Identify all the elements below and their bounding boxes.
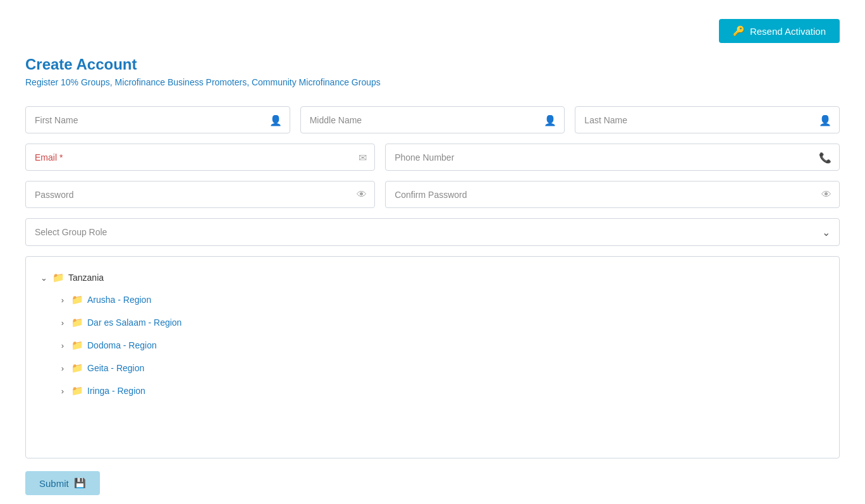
confirm-password-field[interactable]: Confirm Password 👁 xyxy=(385,181,840,208)
chevron-down-icon-root: ⌄ xyxy=(39,273,49,283)
submit-label: Submit xyxy=(39,478,69,489)
phone-field[interactable]: Phone Number 📞 xyxy=(385,144,840,171)
password-input[interactable] xyxy=(35,188,349,200)
folder-icon-arusha: 📁 xyxy=(71,294,83,305)
chevron-right-icon-dodoma: › xyxy=(58,341,68,350)
chevron-down-icon: ⌄ xyxy=(822,226,830,238)
tree-container[interactable]: ⌄ 📁 Tanzania › 📁 Arusha - Region › 📁 Dar… xyxy=(25,256,840,458)
save-icon: 💾 xyxy=(74,477,86,489)
folder-icon-dodoma: 📁 xyxy=(71,340,83,351)
page-subtitle: Register 10% Groups, Microfinance Busine… xyxy=(25,77,840,87)
list-item[interactable]: › 📁 Dar es Salaam - Region xyxy=(58,311,829,334)
confirm-password-input[interactable] xyxy=(395,188,814,200)
folder-icon-root: 📁 xyxy=(52,272,64,283)
group-role-select[interactable] xyxy=(35,227,814,237)
email-input[interactable] xyxy=(35,151,349,163)
resend-activation-button[interactable]: 🔑 Resend Activation xyxy=(719,19,840,43)
person-icon: 👤 xyxy=(269,114,282,126)
list-item[interactable]: › 📁 Dodoma - Region xyxy=(58,334,829,357)
person-icon-last: 👤 xyxy=(819,114,831,126)
first-name-field[interactable]: First Name 👤 xyxy=(25,106,290,133)
tree-root-label: Tanzania xyxy=(68,273,104,283)
last-name-input[interactable] xyxy=(584,113,814,126)
iringa-label: Iringa - Region xyxy=(87,386,145,396)
email-icon: ✉ xyxy=(359,151,367,163)
last-name-field[interactable]: Last Name 👤 xyxy=(575,106,840,133)
list-item[interactable]: › 📁 Geita - Region xyxy=(58,357,829,379)
resend-activation-label: Resend Activation xyxy=(750,26,826,37)
person-icon-middle: 👤 xyxy=(544,114,556,126)
page-title: Create Account xyxy=(25,56,840,73)
folder-icon-geita: 📁 xyxy=(71,362,83,374)
phone-icon: 📞 xyxy=(819,151,831,163)
first-name-input[interactable] xyxy=(35,113,264,126)
eye-icon-confirm[interactable]: 👁 xyxy=(821,189,831,200)
key-icon: 🔑 xyxy=(733,25,745,37)
chevron-right-icon-geita: › xyxy=(58,364,68,373)
arusha-label: Arusha - Region xyxy=(87,295,151,305)
top-bar: 🔑 Resend Activation xyxy=(25,13,840,56)
page-container: 🔑 Resend Activation Create Account Regis… xyxy=(0,0,865,504)
list-item[interactable]: › 📁 Iringa - Region xyxy=(58,379,829,402)
folder-icon-iringa: 📁 xyxy=(71,385,83,396)
chevron-right-icon-arusha: › xyxy=(58,295,68,305)
list-item[interactable]: › 📁 Arusha - Region xyxy=(58,288,829,311)
tree-root-node: ⌄ 📁 Tanzania › 📁 Arusha - Region › 📁 Dar… xyxy=(39,267,829,402)
email-phone-row: Email * ✉ Phone Number 📞 xyxy=(25,144,840,171)
password-field[interactable]: Password 👁 xyxy=(25,181,375,208)
chevron-right-icon-dar: › xyxy=(58,318,68,328)
name-row: First Name 👤 Middle Name 👤 Last Name 👤 xyxy=(25,106,840,133)
chevron-right-icon-iringa: › xyxy=(58,386,68,396)
eye-icon[interactable]: 👁 xyxy=(357,189,367,200)
email-field[interactable]: Email * ✉ xyxy=(25,144,375,171)
submit-button[interactable]: Submit 💾 xyxy=(25,471,100,495)
middle-name-field[interactable]: Middle Name 👤 xyxy=(300,106,565,133)
phone-input[interactable] xyxy=(395,151,814,163)
password-row: Password 👁 Confirm Password 👁 xyxy=(25,181,840,208)
tree-children: › 📁 Arusha - Region › 📁 Dar es Salaam - … xyxy=(39,288,829,402)
group-role-field[interactable]: Select Group Role ⌄ xyxy=(25,218,840,246)
geita-label: Geita - Region xyxy=(87,363,144,373)
middle-name-input[interactable] xyxy=(310,113,539,126)
form-section: Create Account Register 10% Groups, Micr… xyxy=(25,56,840,495)
tree-root-row[interactable]: ⌄ 📁 Tanzania xyxy=(39,267,829,288)
dar-label: Dar es Salaam - Region xyxy=(87,317,181,328)
dodoma-label: Dodoma - Region xyxy=(87,340,157,350)
folder-icon-dar: 📁 xyxy=(71,317,83,328)
